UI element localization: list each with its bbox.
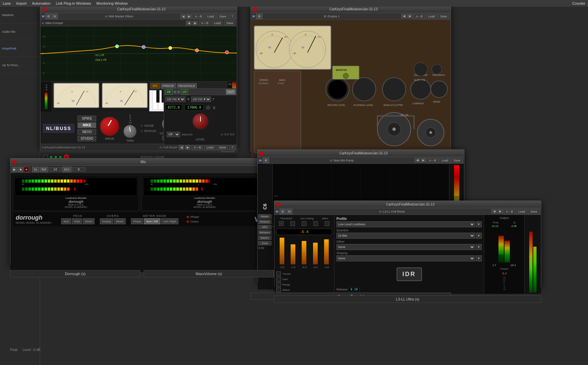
lp-select[interactable]: US Ynt ▼	[191, 97, 211, 102]
nlbuss-load-btn[interactable]: Load	[205, 14, 216, 19]
overs-reset-btn[interactable]: Reset	[114, 218, 126, 224]
mix-dly-btn[interactable]: DLY	[62, 167, 71, 172]
c6-next-btn[interactable]: ▶	[421, 158, 426, 162]
menu-automation[interactable]: Automation	[32, 1, 51, 5]
meter-lr-btn[interactable]: Left / Right	[161, 218, 179, 224]
nlbuss-bottom-next[interactable]: ▶	[185, 145, 190, 150]
peak-hold-btn[interactable]: Hold	[72, 218, 82, 224]
nlbuss-bottom-ab[interactable]: A→B	[191, 145, 203, 150]
studio-btn[interactable]: STUDIO	[78, 136, 96, 141]
kramer-ab-btn[interactable]: A→B	[413, 14, 425, 19]
kramer-close-btn[interactable]	[253, 7, 257, 11]
l3-shaping-arrow[interactable]: ▼	[476, 255, 482, 261]
l3-profile-arrow[interactable]: ▼	[476, 221, 482, 227]
c6-master-btn[interactable]: Master	[258, 214, 272, 219]
l3-profile-select[interactable]: Low Level Loudness	[336, 221, 475, 227]
c6-load-btn[interactable]: Load	[439, 158, 450, 163]
c6-knee-btn[interactable]: Knee	[258, 241, 272, 245]
idr-button[interactable]: IDR	[397, 267, 422, 281]
kramer-settings-btn[interactable]: ⚙	[256, 14, 262, 19]
mike-btn[interactable]: MIKE	[78, 122, 96, 128]
nlbuss-bottom-load[interactable]: Load	[204, 145, 215, 150]
kramer-save-btn[interactable]: Save	[438, 14, 449, 19]
l3-dither-select[interactable]: None	[336, 244, 475, 250]
c6-electro-btn[interactable]: Electro	[258, 236, 272, 240]
nevo-btn[interactable]: NEVO	[78, 129, 96, 135]
l3-range-check[interactable]	[302, 221, 306, 226]
nlbuss-next-btn[interactable]: ▶	[186, 14, 192, 19]
freeze-btn[interactable]: FREEZE	[161, 83, 176, 89]
l3-midi-btn[interactable]: M	[287, 209, 293, 214]
r5-btn[interactable]: R/5	[150, 83, 160, 89]
menu-monitoring[interactable]: Monitoring Window	[96, 1, 128, 5]
mix-play-btn[interactable]: ▶	[12, 167, 17, 172]
l3-next-btn[interactable]: ▶	[497, 209, 503, 214]
nlbuss-next2-btn[interactable]: ▶	[192, 21, 198, 25]
c6-release-btn[interactable]: Release	[258, 220, 272, 224]
menu-lane[interactable]: Lane	[3, 1, 11, 5]
l3-attack-side-check[interactable]	[276, 287, 281, 292]
l3-attack-check[interactable]	[313, 221, 318, 226]
out-btn[interactable]: OUT	[226, 89, 236, 95]
l3-quantize-arrow[interactable]: ▼	[476, 233, 482, 239]
nlbuss-prev2-btn[interactable]: ◀	[186, 21, 191, 25]
l3-thresh-check[interactable]: ✓	[279, 221, 284, 226]
l3-close-btn[interactable]	[276, 203, 280, 207]
analog-select[interactable]: Off	[167, 132, 180, 137]
nlbuss-save2-btn[interactable]: Save	[224, 20, 236, 26]
l3-prev-btn[interactable]: ◀	[491, 209, 497, 214]
nlbuss-bottom-save[interactable]: Save	[216, 145, 228, 150]
mix-xl-btn[interactable]: XL	[32, 167, 39, 172]
nlbuss-help-btn[interactable]: ?	[229, 14, 236, 19]
meter-sum-btn[interactable]: Sum / Diff	[144, 218, 160, 224]
peak-auto-btn[interactable]: Auto	[61, 218, 71, 224]
c6-settings-btn[interactable]: ⚙	[263, 158, 269, 163]
l3-gain-side-check[interactable]	[276, 277, 281, 281]
c6-close-btn[interactable]	[260, 151, 264, 155]
main-plugin-knob[interactable]	[192, 113, 209, 130]
c6-prev-btn[interactable]: ◀	[415, 158, 420, 162]
nlbuss-ab2-btn[interactable]: A→B	[199, 20, 210, 26]
nlbuss-settings-btn[interactable]: ⚙	[45, 14, 51, 19]
kramer-load-btn[interactable]: Load	[426, 14, 437, 19]
c6-ab-btn[interactable]: A→B	[427, 158, 438, 163]
drive-knob[interactable]	[100, 116, 120, 136]
kramer-prev-btn[interactable]: ◀	[401, 14, 407, 18]
meter-phase-btn[interactable]: Phase	[131, 218, 143, 224]
menu-link-plugin[interactable]: Link Plug-in Windows	[56, 1, 91, 5]
l3-gain-check[interactable]	[290, 221, 295, 226]
hflp-icon2[interactable]	[177, 91, 180, 93]
l3-ab-btn[interactable]: A→B	[503, 209, 515, 214]
l3-shaping-select[interactable]: None	[336, 255, 475, 261]
mix-close-btn[interactable]	[12, 160, 16, 164]
l3-thresh-side-check[interactable]	[276, 271, 281, 276]
q-knob[interactable]	[206, 106, 210, 110]
mix-rec-btn[interactable]: ●	[24, 167, 29, 172]
nlbuss-ab-btn[interactable]: A→B	[192, 14, 204, 19]
hf-btn[interactable]: HF	[165, 89, 173, 95]
nlbuss-bottom-prev[interactable]: ◀	[179, 145, 184, 150]
nlbuss-midi-btn[interactable]: M	[52, 14, 58, 19]
lp-btn[interactable]: LP	[181, 89, 188, 95]
c6-behavior-btn[interactable]: Behavior	[258, 230, 272, 235]
menu-import[interactable]: Import	[16, 1, 26, 5]
c6-save-btn[interactable]: Save	[451, 158, 463, 163]
c6-arc-btn[interactable]: ARC	[258, 225, 272, 229]
kramer-next-btn[interactable]: ▶	[407, 14, 413, 18]
nlbuss-bottom-help[interactable]: ?	[229, 145, 236, 150]
nlbuss-prev-btn[interactable]: ◀	[180, 14, 186, 19]
l3-settings-btn[interactable]: ⚙	[280, 209, 286, 214]
overs-display-btn[interactable]: Display	[100, 218, 113, 224]
l3-save-btn[interactable]: Save	[528, 209, 540, 214]
mix-ref-btn[interactable]: Ref	[40, 167, 48, 172]
l3-quantize-select[interactable]: 24 Bits	[336, 233, 475, 239]
l3-dither-arrow[interactable]: ▼	[476, 244, 482, 250]
nlbuss-close-button[interactable]	[42, 7, 46, 11]
trim-knob[interactable]	[123, 124, 137, 138]
hf-select[interactable]: US Ynt ▼	[165, 97, 185, 102]
l3-range-side-check[interactable]	[276, 282, 281, 287]
nlbuss-save-btn[interactable]: Save	[217, 14, 229, 19]
hflp-icon[interactable]	[174, 91, 176, 93]
peakhold-btn[interactable]: PEAKHOLD	[177, 83, 197, 89]
spike-btn[interactable]: SPIKE	[78, 116, 96, 121]
